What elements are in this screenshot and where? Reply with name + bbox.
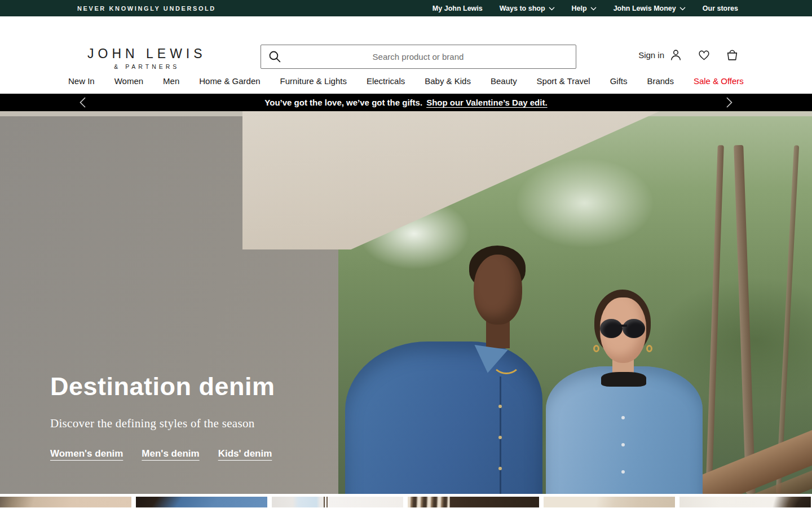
tagline: NEVER KNOWINGLY UNDERSOLD bbox=[77, 5, 216, 12]
sunglasses-bridge bbox=[619, 325, 627, 327]
nav-item-women[interactable]: Women bbox=[114, 76, 143, 86]
carousel-prev-icon[interactable] bbox=[79, 97, 86, 108]
sign-in-button[interactable]: Sign in bbox=[638, 49, 682, 62]
shirt-button bbox=[498, 467, 502, 470]
nav-item-sport-travel[interactable]: Sport & Travel bbox=[537, 76, 590, 86]
account-icon bbox=[669, 49, 682, 62]
chevron-down-icon bbox=[590, 7, 597, 11]
nav-item-home-garden[interactable]: Home & Garden bbox=[199, 76, 260, 86]
hero-subtitle: Discover the defining styles of the seas… bbox=[50, 417, 275, 431]
primary-nav: New In Women Men Home & Garden Furniture… bbox=[0, 68, 812, 94]
hero-link-kids-denim[interactable]: Kids' denim bbox=[218, 448, 272, 459]
gold-hoop-earring bbox=[646, 345, 652, 352]
utility-link-john-lewis-money[interactable]: John Lewis Money bbox=[614, 5, 686, 12]
utility-link-ways-to-shop[interactable]: Ways to shop bbox=[500, 5, 555, 12]
nav-item-beauty[interactable]: Beauty bbox=[491, 76, 517, 86]
header: JOHN LEWIS & PARTNERS Sign in bbox=[0, 16, 812, 68]
model-left-face bbox=[474, 255, 522, 325]
hero-links: Women's denim Men's denim Kids' denim bbox=[50, 448, 275, 459]
gold-necklace bbox=[492, 348, 521, 374]
nav-item-brands[interactable]: Brands bbox=[647, 76, 674, 86]
wishlist-heart-icon[interactable] bbox=[698, 49, 710, 61]
hero-title: Destination denim bbox=[50, 372, 275, 401]
shirt-button bbox=[498, 405, 502, 408]
basket-icon[interactable] bbox=[726, 49, 739, 62]
carousel-next-icon[interactable] bbox=[726, 97, 733, 108]
nav-item-men[interactable]: Men bbox=[163, 76, 179, 86]
utility-links: My John Lewis Ways to shop Help John Lew… bbox=[433, 5, 738, 12]
hero-link-womens-denim[interactable]: Women's denim bbox=[50, 448, 123, 459]
model-right-inner-top bbox=[601, 372, 646, 387]
utility-bar: NEVER KNOWINGLY UNDERSOLD My John Lewis … bbox=[0, 0, 812, 16]
hero-link-mens-denim[interactable]: Men's denim bbox=[142, 448, 199, 459]
content-card[interactable] bbox=[679, 497, 811, 507]
promo-message: You’ve got the love, we’ve got the gifts… bbox=[264, 98, 422, 107]
search-bar bbox=[261, 45, 576, 69]
nav-item-sale-offers[interactable]: Sale & Offers bbox=[694, 76, 744, 86]
hero-copy: Destination denim Discover the defining … bbox=[50, 372, 275, 459]
jacket-button bbox=[621, 443, 625, 446]
search-icon bbox=[268, 50, 282, 64]
nav-item-gifts[interactable]: Gifts bbox=[610, 76, 628, 86]
content-card[interactable] bbox=[544, 497, 675, 507]
model-left-placket bbox=[500, 376, 501, 494]
nav-item-new-in[interactable]: New In bbox=[68, 76, 95, 86]
john-lewis-logo[interactable]: JOHN LEWIS & PARTNERS bbox=[87, 46, 206, 70]
header-actions: Sign in bbox=[638, 49, 739, 62]
content-card[interactable] bbox=[272, 497, 403, 507]
jacket-button bbox=[621, 470, 625, 474]
search-input[interactable] bbox=[282, 52, 569, 62]
shirt-button bbox=[498, 436, 502, 439]
nav-item-electricals[interactable]: Electricals bbox=[367, 76, 405, 86]
sunglasses-lens bbox=[600, 319, 623, 338]
content-card[interactable] bbox=[408, 497, 539, 507]
nav-item-baby-kids[interactable]: Baby & Kids bbox=[425, 76, 471, 86]
nav-item-furniture-lights[interactable]: Furniture & Lights bbox=[280, 76, 347, 86]
jacket-button bbox=[621, 416, 625, 419]
utility-link-our-stores[interactable]: Our stores bbox=[703, 5, 738, 12]
utility-link-my-john-lewis[interactable]: My John Lewis bbox=[433, 5, 483, 12]
content-card[interactable] bbox=[136, 497, 267, 507]
chevron-down-icon bbox=[679, 7, 686, 11]
promo-valentines-link[interactable]: Shop our Valentine’s Day edit. bbox=[426, 98, 548, 107]
promo-banner: You’ve got the love, we’ve got the gifts… bbox=[0, 94, 812, 111]
gold-hoop-earring bbox=[593, 345, 599, 352]
chevron-down-icon bbox=[549, 7, 555, 11]
hero-banner: Destination denim Discover the defining … bbox=[0, 111, 812, 494]
content-card-strip bbox=[0, 497, 812, 507]
content-card[interactable] bbox=[0, 497, 131, 507]
utility-link-help[interactable]: Help bbox=[572, 5, 597, 12]
sunglasses-lens bbox=[623, 319, 645, 338]
